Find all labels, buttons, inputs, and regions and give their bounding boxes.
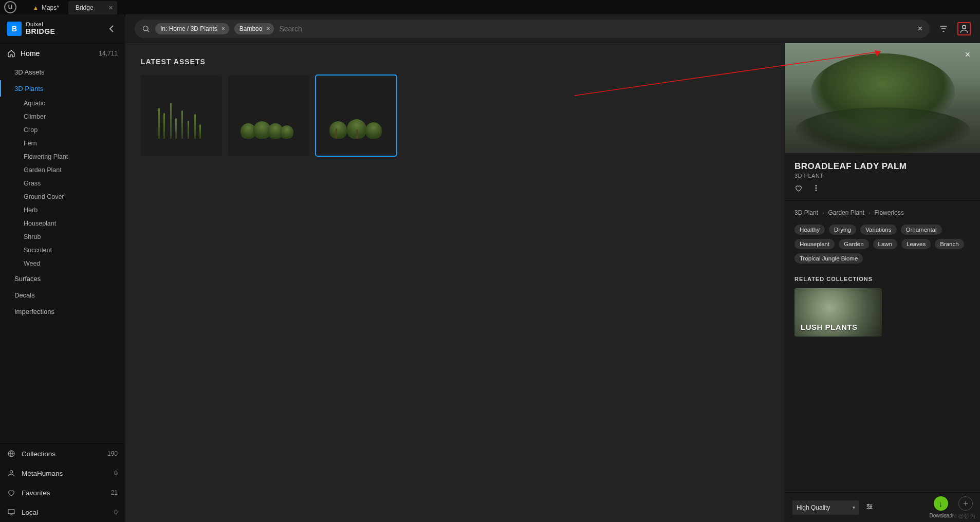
sidebar-item-succulent[interactable]: Succulent bbox=[0, 244, 125, 257]
detail-panel: × BROADLEAF LADY PALM 3D PLANT 3D Plant›… bbox=[785, 43, 980, 522]
sidebar-item-imperfections[interactable]: Imperfections bbox=[0, 303, 125, 320]
gallery-heading: LATEST ASSETS bbox=[141, 58, 769, 66]
more-menu-button[interactable] bbox=[812, 184, 820, 194]
search-chip-path[interactable]: In: Home / 3D Plants× bbox=[155, 23, 229, 34]
tag[interactable]: Tropical Jungle Biome bbox=[794, 253, 863, 264]
sidebar-item-grass[interactable]: Grass bbox=[0, 177, 125, 190]
tab-level-label: Maps* bbox=[42, 4, 59, 11]
tag[interactable]: Houseplant bbox=[794, 239, 835, 249]
chip-remove-icon[interactable]: × bbox=[266, 25, 270, 32]
sidebar-item-houseplant[interactable]: Houseplant bbox=[0, 217, 125, 230]
filter-button[interactable] bbox=[937, 22, 950, 35]
gallery: LATEST ASSETS bbox=[125, 43, 785, 522]
crumb[interactable]: Garden Plant bbox=[828, 209, 864, 216]
tab-level[interactable]: ▲ Maps* bbox=[26, 1, 66, 14]
plant-thumb-icon bbox=[151, 92, 212, 139]
sidebar-item-garden-plant[interactable]: Garden Plant bbox=[0, 163, 125, 177]
sidebar-item-shrub[interactable]: Shrub bbox=[0, 230, 125, 244]
plant-thumb-icon bbox=[238, 92, 300, 139]
detail-close-button[interactable]: × bbox=[961, 48, 974, 61]
search-chip-term[interactable]: Bamboo× bbox=[234, 23, 274, 34]
brand-text: Quixel BRIDGE bbox=[26, 22, 55, 35]
svg-point-4 bbox=[963, 25, 966, 29]
svg-point-5 bbox=[816, 185, 817, 186]
svg-point-7 bbox=[816, 190, 817, 191]
search-icon bbox=[142, 25, 150, 33]
tag[interactable]: Healthy bbox=[794, 225, 825, 235]
unreal-logo-icon: U bbox=[4, 1, 16, 13]
plant-thumb-icon bbox=[325, 92, 387, 139]
tag[interactable]: Variations bbox=[860, 225, 896, 235]
search-input[interactable] bbox=[279, 25, 912, 33]
sidebar-item-weed[interactable]: Weed bbox=[0, 257, 125, 270]
topbar: In: Home / 3D Plants× Bamboo× × bbox=[125, 14, 980, 43]
sidebar-item-ground-cover[interactable]: Ground Cover bbox=[0, 190, 125, 203]
search-clear-icon[interactable]: × bbox=[918, 24, 922, 33]
chip-remove-icon[interactable]: × bbox=[221, 25, 225, 32]
watermark: CSDN @妙为 bbox=[939, 512, 976, 520]
tag[interactable]: Leaves bbox=[901, 239, 931, 249]
hero-plant-image bbox=[785, 43, 980, 153]
sidebar-item-decals[interactable]: Decals bbox=[0, 287, 125, 303]
crumb[interactable]: 3D Plant bbox=[794, 209, 818, 216]
sidebar-item-3d-plants[interactable]: 3D Plants bbox=[0, 80, 125, 97]
favorite-button[interactable] bbox=[794, 184, 803, 194]
sidebar-item-fern[interactable]: Fern bbox=[0, 137, 125, 150]
sidebar-local[interactable]: Local0 bbox=[0, 502, 125, 522]
download-icon: ↓ bbox=[934, 496, 948, 511]
bridge-logo-icon: B bbox=[7, 22, 22, 36]
asset-card-selected[interactable] bbox=[316, 75, 397, 156]
sidebar-item-herb[interactable]: Herb bbox=[0, 203, 125, 217]
asset-cards bbox=[141, 75, 769, 156]
dirty-dot-icon: ▲ bbox=[33, 5, 39, 11]
tab-bridge-label: Bridge bbox=[76, 4, 94, 11]
sidebar-item-crop[interactable]: Crop bbox=[0, 123, 125, 137]
related-heading: RELATED COLLECTIONS bbox=[794, 276, 971, 282]
main: In: Home / 3D Plants× Bamboo× × LATEST A… bbox=[125, 14, 980, 522]
account-button[interactable] bbox=[957, 22, 971, 35]
sidebar-back-button[interactable] bbox=[105, 23, 118, 35]
export-settings-button[interactable] bbox=[865, 502, 874, 513]
brand-row: B Quixel BRIDGE bbox=[0, 14, 125, 43]
sidebar-bottom: Collections190 MetaHumans0 Favorites21 L… bbox=[0, 443, 125, 522]
sidebar-item-3d-assets[interactable]: 3D Assets bbox=[0, 64, 125, 80]
chevron-right-icon: › bbox=[868, 210, 870, 216]
crumb[interactable]: Flowerless bbox=[874, 209, 903, 216]
chevron-right-icon: › bbox=[822, 210, 824, 216]
tag[interactable]: Garden bbox=[839, 239, 868, 249]
sidebar-item-climber[interactable]: Climber bbox=[0, 110, 125, 123]
svg-rect-2 bbox=[8, 510, 14, 514]
detail-title: BROADLEAF LADY PALM bbox=[794, 161, 971, 172]
plus-icon: + bbox=[958, 496, 973, 511]
tab-bridge[interactable]: Bridge × bbox=[68, 1, 117, 14]
search-bar[interactable]: In: Home / 3D Plants× Bamboo× × bbox=[135, 20, 930, 38]
svg-point-1 bbox=[10, 471, 12, 473]
sidebar-item-flowering-plant[interactable]: Flowering Plant bbox=[0, 150, 125, 163]
tab-close-icon[interactable]: × bbox=[109, 4, 113, 12]
related-card-label: LUSH PLANTS bbox=[801, 323, 858, 331]
asset-card[interactable] bbox=[141, 75, 222, 156]
detail-body: 3D Plant› Garden Plant› Flowerless Healt… bbox=[785, 201, 980, 492]
tag[interactable]: Branch bbox=[935, 239, 964, 249]
sidebar-item-surfaces[interactable]: Surfaces bbox=[0, 270, 125, 287]
tag[interactable]: Lawn bbox=[873, 239, 898, 249]
sidebar-home[interactable]: Home 14,711 bbox=[0, 43, 125, 64]
sidebar-item-aquatic[interactable]: Aquatic bbox=[0, 97, 125, 110]
asset-card[interactable] bbox=[228, 75, 309, 156]
detail-breadcrumb: 3D Plant› Garden Plant› Flowerless bbox=[794, 209, 971, 216]
sidebar-home-label: Home bbox=[21, 49, 40, 58]
sidebar-home-count: 14,711 bbox=[99, 50, 118, 57]
detail-header: BROADLEAF LADY PALM 3D PLANT bbox=[785, 153, 980, 201]
monitor-icon bbox=[7, 508, 15, 516]
sidebar: B Quixel BRIDGE Home 14,711 3D Assets 3D… bbox=[0, 14, 125, 522]
tag[interactable]: Ornamental bbox=[901, 225, 942, 235]
heart-icon bbox=[7, 489, 15, 497]
title-bar: U ▲ Maps* Bridge × bbox=[0, 0, 980, 14]
related-collection-card[interactable]: LUSH PLANTS bbox=[794, 288, 882, 337]
sidebar-tree: Home 14,711 3D Assets 3D Plants Aquatic … bbox=[0, 43, 125, 443]
sidebar-collections[interactable]: Collections190 bbox=[0, 444, 125, 463]
tag[interactable]: Drying bbox=[829, 225, 856, 235]
quality-select[interactable]: High Quality ▾ bbox=[792, 500, 859, 515]
sidebar-metahumans[interactable]: MetaHumans0 bbox=[0, 463, 125, 483]
sidebar-favorites[interactable]: Favorites21 bbox=[0, 483, 125, 502]
